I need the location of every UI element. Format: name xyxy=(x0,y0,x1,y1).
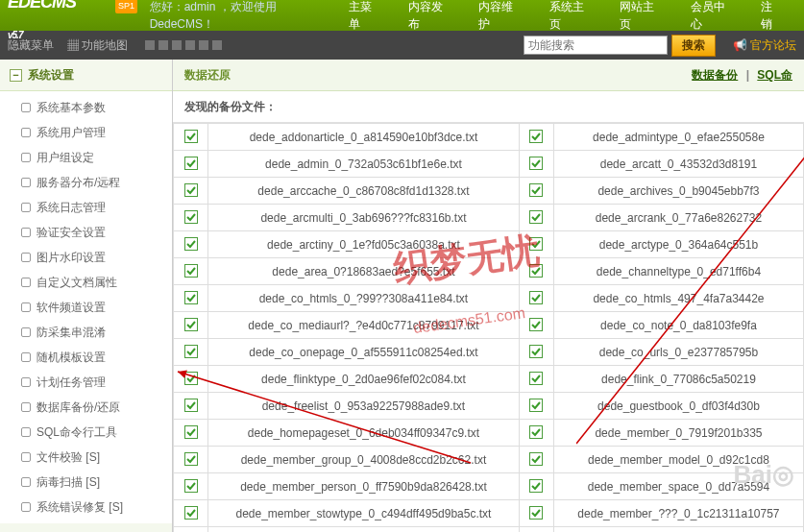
checkbox[interactable] xyxy=(184,264,198,278)
logo: EDECMS v5.7 xyxy=(8,0,92,41)
checkbox[interactable] xyxy=(529,506,543,520)
topnav-item[interactable]: 注销 xyxy=(747,0,796,40)
sidebar-item[interactable]: 用户组设定 xyxy=(0,145,172,170)
checkbox[interactable] xyxy=(529,130,543,143)
sidebar-item[interactable]: 验证安全设置 xyxy=(0,220,172,245)
checkbox[interactable] xyxy=(529,318,543,331)
checkbox[interactable] xyxy=(184,345,198,358)
file-name: dede_homepageset_0_6deb034ff09347c9.txt xyxy=(208,420,520,447)
file-name: dede_area_0?18683aed?e5f655.txt xyxy=(208,258,520,285)
checkbox[interactable] xyxy=(529,264,543,278)
sidebar-item[interactable]: 随机模板设置 xyxy=(0,345,172,370)
checkbox[interactable] xyxy=(184,157,198,170)
checkbox[interactable] xyxy=(184,318,198,331)
checkbox[interactable] xyxy=(529,425,543,439)
sidebar-item-label: 系统日志管理 xyxy=(37,199,106,216)
sidebar-item[interactable]: 系统用户管理 xyxy=(0,120,172,145)
table-row: dede_member_stowtype_0_c494dff495d9ba5c.… xyxy=(174,500,804,527)
file-name: dede_freelist_0_953a92257988ade9.txt xyxy=(208,393,520,420)
bullet-icon xyxy=(21,327,31,337)
checkbox[interactable] xyxy=(184,372,198,385)
bullet-icon xyxy=(21,352,31,362)
backup-file-table: dede_addonarticle_0_a814590e10bf3dce.txt… xyxy=(173,123,804,532)
topnav-item[interactable]: 会员中心 xyxy=(677,0,747,40)
checkbox[interactable] xyxy=(529,399,543,412)
topnav-item[interactable]: 系统主页 xyxy=(536,0,606,40)
checkbox[interactable] xyxy=(184,506,198,520)
table-row: dede_co_mediaurl?_?e4d0c771c8799117.txtd… xyxy=(174,312,804,339)
file-name: dede_admin_0_732a053c61bf1e6e.txt xyxy=(208,151,520,178)
bullet-icon xyxy=(21,203,31,212)
sidebar-item[interactable]: 防采集串混淆 xyxy=(0,320,172,345)
checkbox[interactable] xyxy=(529,452,543,466)
sidebar-item-label: 验证安全设置 xyxy=(37,224,106,241)
checkbox[interactable] xyxy=(529,345,543,358)
found-files-label: 发现的备份文件： xyxy=(173,91,804,123)
file-name: dede_arcatt_0_43532d3d8191 xyxy=(553,151,803,178)
sidebar-item-label: 病毒扫描 [S] xyxy=(37,473,100,491)
checkbox[interactable] xyxy=(529,237,543,251)
sidebar-item[interactable]: 图片水印设置 xyxy=(0,245,172,270)
sidebar-item[interactable]: SQL命令行工具 xyxy=(0,420,172,445)
bullet-icon xyxy=(21,103,31,112)
bullet-icon xyxy=(21,377,31,387)
topnav-item[interactable]: 主菜单 xyxy=(335,0,395,40)
checkbox[interactable] xyxy=(184,237,198,251)
checkbox[interactable] xyxy=(184,210,198,224)
sidebar-item[interactable]: 软件频道设置 xyxy=(0,295,172,320)
sidebar-item-label: 用户组设定 xyxy=(37,149,94,166)
checkbox[interactable] xyxy=(529,210,543,224)
table-row: dede_admin_0_732a053c61bf1e6e.txtdede_ar… xyxy=(174,151,804,178)
sidebar-item[interactable]: 数据库备份/还原 xyxy=(0,395,172,420)
checkbox[interactable] xyxy=(184,479,198,493)
sidebar-cat-system[interactable]: − 系统设置 xyxy=(0,60,172,91)
table-row: dede_freelist_0_953a92257988ade9.txtdede… xyxy=(174,393,804,420)
link-backup[interactable]: 数据备份 xyxy=(692,68,738,82)
topnav-item[interactable]: 网站主页 xyxy=(606,0,676,40)
sidebar-item[interactable]: 病毒扫描 [S] xyxy=(0,470,172,495)
file-name: dede_co_htmls_0_?99??308a411e84.txt xyxy=(208,285,520,312)
file-name: dede_arcrank_0_77a6e8262732 xyxy=(553,205,803,231)
checkbox[interactable] xyxy=(529,183,543,197)
file-name: dede_arctype_0_364a64c551b xyxy=(553,231,803,258)
sidebar-item[interactable]: 自定义文档属性 xyxy=(0,270,172,295)
sidebar-item[interactable]: 系统日志管理 xyxy=(0,195,172,220)
top-bar: EDECMS v5.7 SP1 您好：admin ，欢迎使用DedeCMS！ 主… xyxy=(0,0,804,31)
table-row: dede_co_htmls_0_?99??308a411e84.txtdede_… xyxy=(174,285,804,312)
sidebar-item[interactable]: 计划任务管理 xyxy=(0,370,172,395)
link-sql[interactable]: SQL命 xyxy=(757,68,792,82)
checkbox[interactable] xyxy=(184,183,198,197)
checkbox[interactable] xyxy=(529,479,543,493)
file-name: dede_co_mediaurl?_?e4d0c771c8799117.txt xyxy=(208,312,520,339)
file-name: dede_member_group_0_4008de8ccd2b2c62.txt xyxy=(208,447,520,473)
collapse-icon: − xyxy=(10,69,22,82)
sidebar-item[interactable]: 系统错误修复 [S] xyxy=(0,495,172,520)
sidebar-item[interactable]: 文件校验 [S] xyxy=(0,445,172,470)
sidebar-item[interactable]: 系统基本参数 xyxy=(0,95,172,120)
table-row: dede_member_group_0_4008de8ccd2b2c62.txt… xyxy=(174,447,804,473)
checkbox[interactable] xyxy=(529,291,543,304)
file-name: dede_arctiny_0_1e?fd05c3a6038a.txt xyxy=(208,231,520,258)
bullet-icon xyxy=(21,153,31,162)
table-row: dede_arctiny_0_1e?fd05c3a6038a.txtdede_a… xyxy=(174,231,804,258)
checkbox[interactable] xyxy=(184,452,198,466)
checkbox[interactable] xyxy=(184,399,198,412)
checkbox[interactable] xyxy=(529,157,543,170)
sidebar-cat-payment[interactable]: − 支付工具 xyxy=(0,523,172,532)
sidebar-item-label: 系统错误修复 [S] xyxy=(37,498,123,516)
file-name: dede_guestbook_0_df03f4d30b xyxy=(553,393,803,420)
checkbox[interactable] xyxy=(184,291,198,304)
bullet-icon xyxy=(21,178,31,187)
topnav-item[interactable]: 内容发布 xyxy=(395,0,465,40)
bullet-icon xyxy=(21,128,31,137)
file-name: dede_co_onepage_0_af555911c08254ed.txt xyxy=(208,339,520,366)
toolbar-icons xyxy=(145,40,222,50)
checkbox[interactable] xyxy=(184,425,198,439)
topnav-item[interactable]: 内容维护 xyxy=(465,0,535,40)
checkbox[interactable] xyxy=(529,372,543,385)
table-row: dede_arccache_0_c86708c8fd1d1328.txtdede… xyxy=(174,178,804,205)
sp-badge: SP1 xyxy=(115,0,137,13)
file-name: dede_member_model_0_d92c1cd8 xyxy=(553,447,803,473)
sidebar-item[interactable]: 服务器分布/远程 xyxy=(0,170,172,195)
checkbox[interactable] xyxy=(184,130,198,143)
